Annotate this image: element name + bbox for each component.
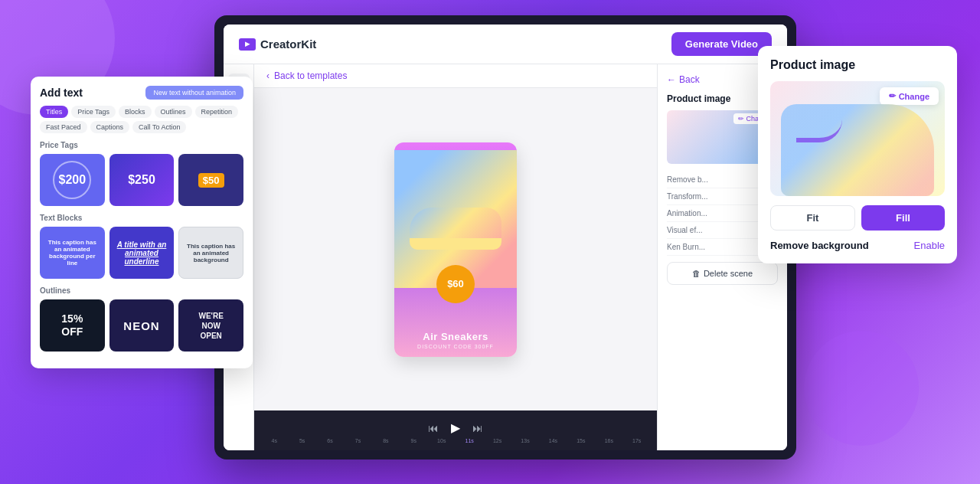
tick-4s: 4s	[260, 438, 288, 443]
tick-8s: 8s	[372, 438, 400, 443]
text-block-3[interactable]: This caption has an animated background	[178, 227, 243, 279]
breadcrumb-label: Back to templates	[274, 70, 347, 81]
outlines-label: Outlines	[40, 286, 243, 295]
timeline: ⏮ ▶ ⏭ 4s 5s 6s 7s 8s 9s 10s 11s 12s	[254, 410, 657, 450]
add-text-panel-title: Add text	[40, 87, 83, 99]
remove-bg-label: Remove background	[770, 240, 869, 251]
tab-fast-paced[interactable]: Fast Paced	[40, 121, 87, 133]
price-circle-1: $200	[53, 161, 91, 199]
remove-bg-row: Remove background Enable	[770, 240, 945, 251]
price-badge-50: $50	[198, 173, 224, 188]
tick-17s: 17s	[622, 438, 650, 443]
tick-7s: 7s	[344, 438, 371, 443]
edit-icon: ✏	[889, 91, 896, 101]
tick-14s: 14s	[539, 438, 567, 443]
logo-icon	[239, 38, 256, 51]
outlines-grid: 15%OFF NEON WE'RENOWOPEN	[40, 299, 243, 352]
trash-icon: 🗑	[692, 269, 701, 278]
fit-button[interactable]: Fit	[770, 205, 855, 231]
popup-title: Product image	[770, 58, 945, 72]
delete-scene-label: Delete scene	[704, 269, 753, 278]
back-label: Back	[679, 74, 700, 85]
price-card-3[interactable]: $50	[178, 154, 243, 206]
tick-12s: 12s	[483, 438, 511, 443]
tab-blocks[interactable]: Blocks	[119, 106, 152, 118]
timeline-prev-button[interactable]: ⏮	[428, 422, 439, 434]
popup-sneaker	[781, 104, 934, 196]
monitor-screen: CreatorKit Generate Video Ty aP ‹ Back t…	[224, 25, 787, 450]
text-blocks-grid: This caption has an animated background …	[40, 227, 243, 279]
edit-icon-small: ✏	[738, 115, 744, 123]
tab-outlines[interactable]: Outlines	[155, 106, 192, 118]
timeline-controls: ⏮ ▶ ⏭	[254, 417, 657, 438]
logo: CreatorKit	[239, 38, 316, 51]
sneaker-sole	[410, 238, 501, 250]
monitor-frame: CreatorKit Generate Video Ty aP ‹ Back t…	[214, 15, 796, 459]
delete-scene-button[interactable]: 🗑 Delete scene	[667, 262, 778, 285]
tick-15s: 15s	[567, 438, 595, 443]
fit-fill-row: Fit Fill	[770, 205, 945, 231]
price-badge: $60	[436, 265, 475, 303]
tick-13s: 13s	[511, 438, 539, 443]
tick-9s: 9s	[400, 438, 427, 443]
tick-5s: 5s	[288, 438, 315, 443]
tick-6s: 6s	[316, 438, 344, 443]
text-blocks-label: Text Blocks	[40, 214, 243, 222]
canvas-title: Air Sneakers	[394, 331, 517, 342]
canvas-card: $60 Air Sneakers DISCOUNT CODE 300FF	[394, 142, 517, 357]
canvas-text: Air Sneakers DISCOUNT CODE 300FF	[394, 331, 517, 349]
enable-link[interactable]: Enable	[914, 240, 945, 251]
fill-button[interactable]: Fill	[861, 205, 945, 231]
canvas-subtitle: DISCOUNT CODE 300FF	[394, 344, 517, 349]
panel-title-row: Add text New text without animation	[40, 86, 243, 100]
add-text-panel: Add text New text without animation Titl…	[31, 77, 253, 368]
canvas-area: $60 Air Sneakers DISCOUNT CODE 300FF	[254, 88, 657, 410]
back-button[interactable]: ← Back	[667, 74, 700, 85]
popup-change-label: Change	[899, 92, 929, 101]
app-header: CreatorKit Generate Video	[224, 25, 787, 64]
sneaker-swoosh	[796, 119, 842, 142]
tab-titles[interactable]: Titles	[40, 106, 68, 118]
tab-cta[interactable]: Call To Action	[132, 121, 186, 133]
price-value: $60	[447, 278, 464, 289]
deco-shape-2	[804, 331, 919, 446]
back-arrow-icon: ‹	[266, 70, 270, 81]
sneaker-visual	[406, 188, 505, 250]
timeline-ticks: 4s 5s 6s 7s 8s 9s 10s 11s 12s 13s 14s 15…	[254, 438, 657, 443]
text-block-1[interactable]: This caption has an animated background …	[40, 227, 105, 279]
price-tags-label: Price Tags	[40, 141, 243, 149]
timeline-play-button[interactable]: ▶	[451, 420, 460, 435]
popup-image: ✏ Change	[770, 81, 945, 196]
logo-text: CreatorKit	[260, 38, 316, 51]
popup-change-button[interactable]: ✏ Change	[880, 87, 939, 105]
outline-card-2[interactable]: NEON	[109, 299, 175, 352]
price-cards-grid: $200 $250 $50	[40, 154, 243, 206]
text-block-2[interactable]: A title with an animated underline	[109, 227, 175, 279]
sneaker-img-shape	[781, 104, 934, 196]
back-arrow: ←	[667, 74, 676, 85]
new-text-button[interactable]: New text without animation	[145, 86, 243, 100]
app-body: Ty aP ‹ Back to templates	[224, 64, 787, 450]
tab-repetition[interactable]: Repetition	[195, 106, 239, 118]
timeline-next-button[interactable]: ⏭	[472, 422, 483, 434]
tick-16s: 16s	[595, 438, 622, 443]
price-card-1[interactable]: $200	[40, 154, 105, 206]
tab-price-tags[interactable]: Price Tags	[71, 106, 116, 118]
tab-captions[interactable]: Captions	[90, 121, 130, 133]
outline-card-3[interactable]: WE'RENOWOPEN	[178, 299, 243, 352]
tick-11s: 11s	[456, 438, 483, 443]
product-image-popup: Product image ✏ Change Fit Fill Remove b…	[758, 46, 957, 263]
price-card-2[interactable]: $250	[109, 154, 175, 206]
breadcrumb[interactable]: ‹ Back to templates	[254, 64, 657, 88]
tick-10s: 10s	[428, 438, 456, 443]
main-content: ‹ Back to templates $60	[254, 64, 657, 450]
outline-card-1[interactable]: 15%OFF	[40, 299, 105, 352]
tabs-row: Titles Price Tags Blocks Outlines Repeti…	[40, 106, 243, 133]
generate-video-button[interactable]: Generate Video	[671, 32, 772, 56]
delete-scene-row: 🗑 Delete scene	[667, 262, 778, 285]
